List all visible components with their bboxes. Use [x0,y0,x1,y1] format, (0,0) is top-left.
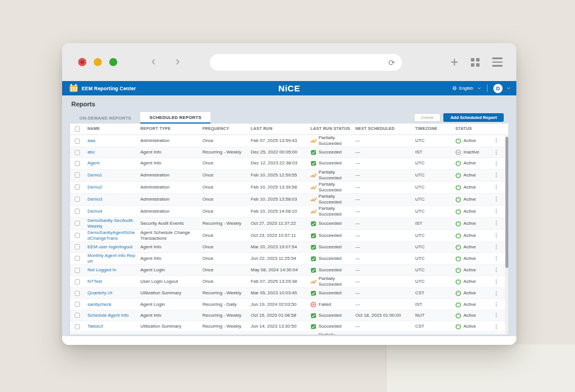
row-checkbox[interactable] [75,139,80,144]
report-name-link[interactable]: aaa [87,138,95,143]
add-scheduled-report-button[interactable]: Add Scheduled Report [443,113,504,122]
report-name-link[interactable]: Quarterly Ut [87,290,112,295]
table-row[interactable]: sanitycheck Agent Login Recurring - Dail… [70,299,508,310]
report-name-link[interactable]: Agent [87,160,99,166]
row-checkbox[interactable] [75,256,80,261]
back-button[interactable]: ‹ [148,55,159,70]
report-name-link[interactable]: Demo2 [87,185,102,190]
menu-icon[interactable] [492,57,503,66]
row-checkbox[interactable] [75,209,80,214]
row-checkbox[interactable] [75,302,80,307]
row-checkbox[interactable] [75,291,80,296]
row-checkbox[interactable] [75,279,80,285]
minimize-button[interactable] [94,58,102,66]
row-menu-button[interactable]: ⋮ [494,244,499,249]
column-header-status[interactable]: STATUS [455,126,491,132]
row-menu-button[interactable]: ⋮ [494,137,499,143]
table-row[interactable]: abc Agent Info Recurring - Weekly Dec 25… [70,147,508,158]
row-checkbox[interactable] [75,185,80,190]
table-row[interactable]: Schedule Agent Info Agent Info Recurring… [70,310,508,321]
table-row[interactable]: Demo1 Administration Once Feb 10, 2025 1… [70,170,508,182]
row-menu-button[interactable]: ⋮ [494,220,499,226]
report-name-link[interactable]: DemoSanity-SecAudit-Weekly [87,218,134,229]
row-checkbox[interactable] [75,172,80,178]
row-menu-button[interactable]: ⋮ [494,255,499,261]
user-avatar[interactable]: D [493,84,503,93]
tab-scheduled-reports[interactable]: SCHEDULED REPORTS [140,112,210,124]
table-row[interactable]: Demo4 Administration Once Feb 10, 2025 1… [70,206,508,218]
row-checkbox[interactable] [75,197,80,202]
report-name-link[interactable]: Not Logged In [87,267,116,272]
row-checkbox[interactable] [75,221,80,226]
table-row[interactable]: Demo2 Administration Once Feb 10, 2025 1… [70,182,508,194]
address-bar[interactable]: ⟳ [210,54,402,71]
report-name-link[interactable]: Schedule Agent Info [87,313,129,318]
last-run-cell: Feb 07, 2025 13:29:38 [251,279,310,285]
tab-on-demand-reports[interactable]: ON-DEMAND REPORTS [70,112,140,124]
row-checkbox[interactable] [75,150,80,155]
table-row[interactable]: DemoSanity-SecAudit-Weekly Security Audi… [70,218,508,230]
report-name-link[interactable]: TatesUt [87,324,103,329]
forward-button[interactable]: › [172,55,183,70]
table-scrollbar[interactable] [505,136,508,335]
new-tab-icon[interactable]: + [451,55,458,69]
table-row[interactable]: EEM user login/logout Agent Info Once Ma… [70,242,508,253]
row-checkbox[interactable] [75,268,80,273]
table-row[interactable]: Demo3 Administration Once Feb 10, 2025 1… [70,194,508,206]
row-menu-button[interactable]: ⋮ [494,208,499,214]
row-menu-button[interactable]: ⋮ [494,267,499,272]
report-name-link[interactable]: abc [87,149,95,155]
refresh-icon[interactable]: ⟳ [388,58,395,67]
row-menu-button[interactable]: ⋮ [494,279,499,285]
table-row[interactable]: Test Administration Once Feb 07, 2025 11… [70,332,508,335]
column-header-last-run-status[interactable]: LAST RUN STATUS [310,126,355,132]
row-menu-button[interactable]: ⋮ [494,324,499,329]
table-row[interactable]: NTTest User Login Logout Once Feb 07, 20… [70,276,508,288]
table-row[interactable]: TatesUt Utilization Summary Recurring - … [70,321,508,332]
row-menu-button[interactable]: ⋮ [494,301,499,307]
user-menu-chevron-down-icon[interactable] [507,86,511,90]
language-selector[interactable]: English [453,86,473,91]
table-row[interactable]: DemoSanityAgentSchedChangeTrans Agent Sc… [70,230,508,242]
column-header-next-scheduled[interactable]: NEXT SCHEDULED [355,126,415,132]
select-all-checkbox[interactable] [75,126,80,132]
row-checkbox[interactable] [75,324,80,329]
column-header-timezone[interactable]: TIMEZONE [415,126,455,132]
report-name-link[interactable]: EEM user login/logout [87,244,132,249]
report-name-link[interactable]: sanitycheck [87,302,112,307]
language-chevron-down-icon[interactable] [477,86,481,90]
next-scheduled-cell: --- [355,244,415,250]
report-name-link[interactable]: Demo3 [87,197,102,202]
close-button[interactable] [78,58,86,66]
table-row[interactable]: Quarterly Ut Utilization Summary Recurri… [70,288,508,299]
zoom-button[interactable] [109,58,117,66]
row-menu-button[interactable]: ⋮ [494,149,499,155]
row-menu-button[interactable]: ⋮ [494,172,499,178]
row-menu-button[interactable]: ⋮ [494,160,499,166]
report-name-link[interactable]: Demo1 [87,172,102,178]
report-name-link[interactable]: Demo4 [87,209,102,214]
column-header-last-run[interactable]: LAST RUN [251,126,310,132]
report-name-link[interactable]: DemoSanityAgentSchedChangeTrans [87,230,135,241]
table-row[interactable]: Not Logged In Agent Login Once May 08, 2… [70,265,508,276]
column-header-name[interactable]: NAME [87,126,140,132]
row-menu-button[interactable]: ⋮ [494,290,499,296]
tab-overview-icon[interactable] [471,58,480,67]
row-checkbox[interactable] [75,161,80,166]
row-menu-button[interactable]: ⋮ [494,184,499,190]
table-row[interactable]: Monthly Agent Info Report Agent Info Onc… [70,253,508,265]
delete-button[interactable]: Delete [414,113,440,122]
row-checkbox[interactable] [75,313,80,318]
row-checkbox[interactable] [75,233,80,238]
row-menu-button[interactable]: ⋮ [494,232,499,238]
row-menu-button[interactable]: ⋮ [494,196,499,202]
report-name-link[interactable]: Monthly Agent Info Report [87,253,135,264]
row-menu-button[interactable]: ⋮ [494,312,499,318]
report-name-link[interactable]: NTTest [87,279,102,284]
column-header-frequency[interactable]: FREQUENCY [202,126,251,132]
table-scrollbar-thumb[interactable] [505,137,508,268]
table-row[interactable]: Agent Agent Info Once Dec 12, 2023 22:38… [70,158,508,169]
column-header-report-type[interactable]: REPORT TYPE [140,126,202,132]
row-checkbox[interactable] [75,244,80,249]
table-row[interactable]: aaa Administration Once Feb 07, 2025 13:… [70,135,508,147]
